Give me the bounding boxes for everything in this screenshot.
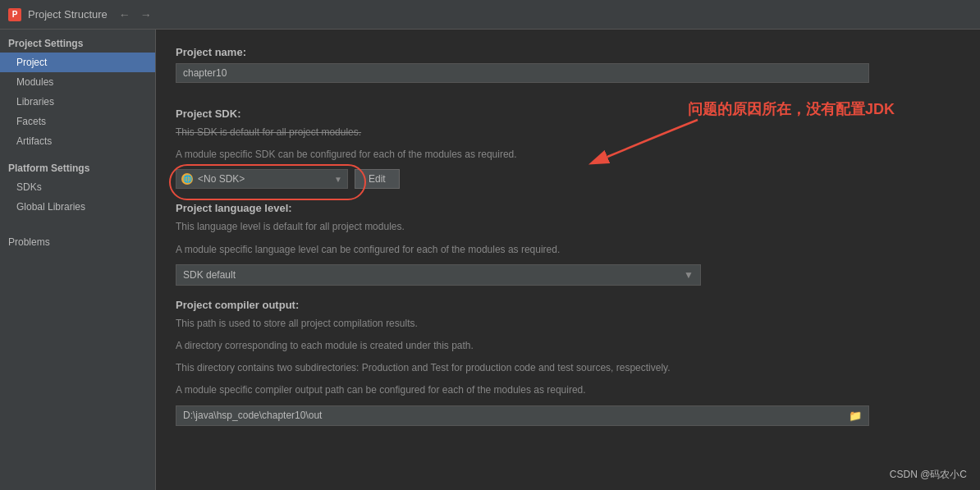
sdk-globe-icon: 🌐 xyxy=(181,173,193,185)
lang-desc2: A module specific language level can be … xyxy=(176,242,960,258)
project-language-level-section: Project language level: This language le… xyxy=(176,202,960,285)
language-level-select[interactable]: SDK default ▼ xyxy=(176,264,701,286)
sdk-select[interactable]: 🌐 <No SDK> ▼ xyxy=(176,169,348,189)
compiler-desc2: A directory corresponding to each module… xyxy=(176,338,960,354)
project-sdk-label: Project SDK: xyxy=(176,108,960,120)
nav-arrows: ← → xyxy=(116,7,155,23)
watermark: CSDN @码农小C xyxy=(890,468,967,482)
project-name-input[interactable] xyxy=(176,63,869,83)
language-dropdown-arrow: ▼ xyxy=(684,269,694,281)
project-name-section: Project name: xyxy=(176,46,960,94)
sdk-value-text: <No SDK> xyxy=(198,173,331,185)
title-bar-text: Project Structure xyxy=(28,8,108,21)
compiler-output-field: D:\java\hsp_code\chapter10\out 📁 xyxy=(176,405,869,426)
sidebar-item-sdks[interactable]: SDKs xyxy=(0,177,155,197)
compiler-desc3: This directory contains two subdirectori… xyxy=(176,360,960,376)
sidebar-item-artifacts[interactable]: Artifacts xyxy=(0,131,155,151)
platform-settings-header: Platform Settings xyxy=(0,158,155,177)
edit-sdk-button[interactable]: Edit xyxy=(355,169,400,189)
sdk-dropdown-arrow: ▼ xyxy=(334,175,342,184)
compiler-output-section: Project compiler output: This path is us… xyxy=(176,299,960,426)
sidebar-item-project[interactable]: Project xyxy=(0,53,155,72)
lang-desc1: This language level is default for all p… xyxy=(176,219,960,235)
sdk-row: 🌐 <No SDK> ▼ Edit xyxy=(176,169,960,189)
folder-browse-icon[interactable]: 📁 xyxy=(849,410,862,422)
title-bar: P Project Structure ← → xyxy=(0,0,980,30)
content-area: Project name: Project SDK: This SDK is d… xyxy=(156,30,980,490)
sidebar-item-modules[interactable]: Modules xyxy=(0,72,155,92)
project-name-label: Project name: xyxy=(176,46,960,58)
sidebar: Project Settings Project Modules Librari… xyxy=(0,30,156,490)
language-value-text: SDK default xyxy=(183,269,684,281)
compiler-desc1: This path is used to store all project c… xyxy=(176,316,960,332)
main-layout: Project Settings Project Modules Librari… xyxy=(0,30,980,490)
sdk-dropdown-container: 🌐 <No SDK> ▼ xyxy=(176,169,348,189)
forward-arrow[interactable]: → xyxy=(137,7,155,23)
compiler-desc4: A module specific compiler output path c… xyxy=(176,382,960,398)
back-arrow[interactable]: ← xyxy=(116,7,134,23)
sidebar-item-facets[interactable]: Facets xyxy=(0,112,155,131)
app-icon: P xyxy=(8,8,21,21)
sdk-desc1: This SDK is default for all project modu… xyxy=(176,125,960,140)
compiler-output-label: Project compiler output: xyxy=(176,299,960,311)
project-sdk-section: Project SDK: This SDK is default for all… xyxy=(176,108,960,189)
sidebar-item-global-libraries[interactable]: Global Libraries xyxy=(0,197,155,217)
sidebar-item-problems[interactable]: Problems xyxy=(0,230,155,252)
sdk-desc2: A module specific SDK can be configured … xyxy=(176,147,960,163)
project-language-level-label: Project language level: xyxy=(176,202,960,214)
project-settings-header: Project Settings xyxy=(0,33,155,53)
compiler-output-path: D:\java\hsp_code\chapter10\out xyxy=(183,410,849,421)
sidebar-item-libraries[interactable]: Libraries xyxy=(0,92,155,112)
